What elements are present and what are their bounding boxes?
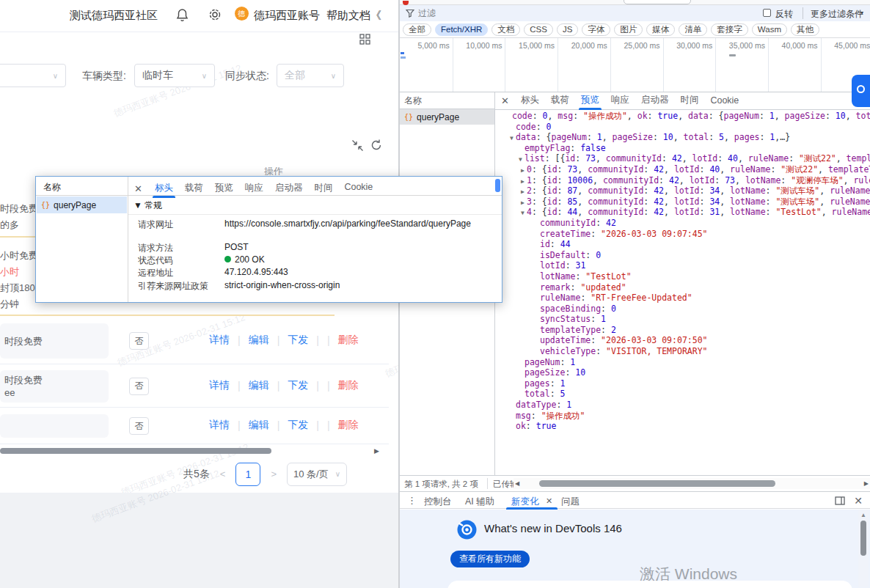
network-overview-timeline[interactable]: 5,000 ms10,000 ms15,000 ms20,000 ms25,00… [400,38,870,92]
json-line[interactable]: ▼4: {id: 44, communityId: 42, lotId: 31,… [495,207,870,218]
publish-link[interactable]: 下发 [288,334,308,347]
expander-open-icon[interactable]: ▼ [508,133,516,144]
floating-helper-button[interactable] [852,75,870,107]
tab-预览[interactable]: 预览 [581,92,599,110]
request-row[interactable]: {} queryPage [400,109,494,125]
tab-响应[interactable]: 响应 [611,92,629,110]
filter-chip[interactable]: 媒体 [646,23,675,36]
expander-open-icon[interactable]: ▼ [519,208,527,219]
name-column-header[interactable]: 名称 [400,92,494,109]
expander-closed-icon[interactable]: ▶ [519,187,527,198]
json-line[interactable]: emptyFlag: false [495,143,870,154]
delete-link[interactable]: 删除 [338,419,359,432]
detail-link[interactable]: 详情 [209,419,230,432]
json-line[interactable]: syncStatus: 1 [495,314,870,325]
publish-link[interactable]: 下发 [288,419,308,432]
expander-closed-icon[interactable]: ▶ [519,166,527,177]
tab-ai-assist[interactable]: AI 辅助 [465,496,494,508]
tab-载荷[interactable]: 载荷 [551,92,569,110]
json-line[interactable]: msg: "操作成功" [495,411,870,422]
tab-console[interactable]: 控制台 [424,496,452,508]
filter-chip[interactable]: 字体 [582,23,610,36]
json-line[interactable]: lotId: 31 [495,260,870,271]
help-doc-link[interactable]: 帮助文档《 [326,9,381,23]
close-icon[interactable]: ✕ [501,95,509,106]
tab-时间[interactable]: 时间 [314,180,332,198]
tab-启动器[interactable]: 启动器 [641,92,669,110]
tab-启动器[interactable]: 启动器 [275,180,303,198]
scrollbar-thumb[interactable] [860,521,866,556]
page-size-select[interactable]: 10 条/页 ∨ [287,463,347,486]
filter-input[interactable]: 过滤 [418,7,436,20]
next-page-button[interactable]: > [271,468,277,479]
filter-chip[interactable]: 图片 [614,23,643,36]
json-line[interactable]: createTime: "2026-03-03 09:07:45" [495,229,870,240]
json-line[interactable]: pageNum: 1 [495,357,870,368]
bell-icon[interactable] [176,8,189,22]
kebab-menu-icon[interactable]: ⋮ [407,495,417,506]
filter-select-partial[interactable]: ∨ [0,64,66,87]
json-line[interactable]: updateTime: "2026-03-03 09:07:50" [495,335,870,346]
filter-chip[interactable]: 清单 [679,23,707,36]
horizontal-scrollbar[interactable]: ▶ [0,447,381,455]
grid-icon[interactable] [359,34,370,45]
filter-chip[interactable]: 其他 [791,23,819,36]
tab-时间[interactable]: 时间 [680,92,698,110]
json-line[interactable]: communityId: 42 [495,218,870,229]
community-switcher[interactable]: 测试德玛西亚社区 [70,9,158,23]
edit-link[interactable]: 编辑 [249,419,269,432]
detail-link[interactable]: 详情 [209,379,230,392]
tab-Cookie[interactable]: Cookie [710,93,739,109]
scroll-up-icon[interactable]: ▲ [860,512,866,518]
json-line[interactable]: ▼data: {pageNum: 1, pageSize: 10, total:… [495,132,870,143]
edit-link[interactable]: 编辑 [249,379,269,392]
prev-page-button[interactable]: < [220,468,226,479]
json-line[interactable]: pageSize: 10 [495,367,870,378]
json-line[interactable]: isDefault: 0 [495,250,870,261]
scroll-right-icon[interactable]: ▶ [374,447,379,455]
close-tab-icon[interactable]: ✕ [546,496,552,506]
dock-panel-icon[interactable] [835,496,845,505]
json-line[interactable]: ▶3: {id: 85, communityId: 42, lotId: 34,… [495,196,870,207]
json-line[interactable]: ok: true [495,421,870,432]
avatar[interactable]: 德 [235,7,249,21]
json-line[interactable]: templateType: 2 [495,325,870,336]
filter-chip[interactable]: JS [557,23,578,36]
json-line[interactable]: ▶2: {id: 87, communityId: 42, lotId: 34,… [495,185,870,196]
scroll-right-icon[interactable]: ▶ [864,480,869,487]
general-section-header[interactable]: ▼ 常规 [134,199,162,212]
filter-chip[interactable]: 全部 [403,23,431,36]
tab-标头[interactable]: 标头 [155,180,173,198]
filter-chip[interactable]: 文档 [491,23,520,36]
see-all-features-button[interactable]: 查看所有新功能 [450,551,530,567]
drawer-scrollbar[interactable]: ▲ [858,510,869,587]
tab-issues[interactable]: 问题 [561,496,580,508]
json-line[interactable]: spaceBinding: 0 [495,304,870,315]
page-number-button[interactable]: 1 [235,463,260,486]
json-line[interactable]: vehicleType: "VISITOR, TEMPORARY" [495,346,870,357]
expander-open-icon[interactable]: ▼ [516,155,524,166]
account-name[interactable]: 德玛西亚账号 [254,9,320,23]
json-line[interactable]: ▼list: [{id: 73, communityId: 42, lotId:… [495,153,870,164]
json-line[interactable]: lotName: "TestLot" [495,271,870,282]
filter-chip[interactable]: 套接字 [711,23,748,36]
json-line[interactable]: code: 0 [495,122,870,133]
gear-icon[interactable] [208,8,222,21]
filter-chip[interactable]: CSS [524,23,553,36]
filter-chip[interactable]: Wasm [752,23,787,36]
scrollbar-thumb[interactable] [0,448,271,454]
json-line[interactable]: dataType: 1 [495,400,870,411]
refresh-icon[interactable] [370,139,383,152]
tab-响应[interactable]: 响应 [245,180,263,198]
detail-link[interactable]: 详情 [209,334,230,347]
collapse-icon[interactable] [351,139,364,152]
expander-closed-icon[interactable]: ▶ [519,177,527,188]
scroll-left-icon[interactable]: ◀ [515,480,519,487]
json-line[interactable]: remark: "updated" [495,282,870,293]
publish-link[interactable]: 下发 [288,379,308,392]
name-column-header[interactable]: 名称 [43,181,61,194]
json-line[interactable]: total: 5 [495,389,870,400]
scrollbar-thumb[interactable] [495,179,500,192]
close-icon[interactable]: ✕ [134,183,142,194]
scrollbar-thumb[interactable] [539,480,775,487]
